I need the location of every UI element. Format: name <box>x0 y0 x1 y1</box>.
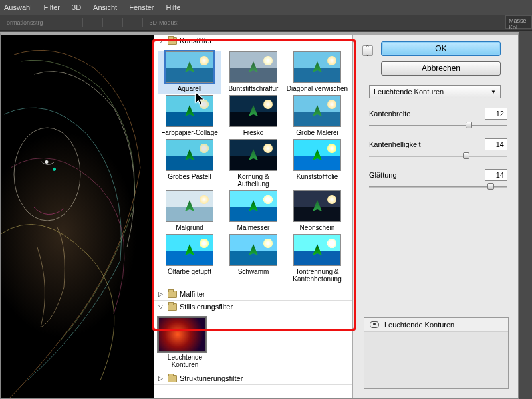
category-label: Stilisierungsfilter <box>180 303 233 311</box>
folder-icon <box>168 291 177 298</box>
thumb-label: Grobe Malerei <box>286 129 348 136</box>
thumb-buntstift[interactable]: Buntstiftschraffur <box>222 51 285 94</box>
menu-auswahl[interactable]: Auswahl <box>4 3 32 11</box>
thumb-label: Leuchtende Konturen <box>158 354 211 368</box>
category-label: Kunstfilter <box>180 37 212 45</box>
menu-3d[interactable]: 3D <box>72 3 81 11</box>
svg-point-0 <box>14 128 80 221</box>
param-label: Glättung <box>369 171 397 179</box>
filter-select-dropdown[interactable]: Leuchtende Konturen ▼ <box>369 85 501 98</box>
mode3d-label: 3D-Modus: <box>150 19 179 26</box>
thumb-diagonal[interactable]: Diagonal verwischen <box>286 51 348 94</box>
thumb-label: Grobes Pastell <box>158 173 221 180</box>
effect-row[interactable]: Leuchtende Konturen <box>364 318 508 332</box>
filter-settings-panel: ⌃⌄ OK Abbrechen Leuchtende Konturen ▼ Ka… <box>353 35 518 398</box>
folder-icon <box>168 37 177 45</box>
thumb-label: Kunststofffolie <box>286 173 348 180</box>
thumb-oelfarbe[interactable]: Ölfarbe getupft <box>158 234 221 284</box>
thumb-label: Tontrennung & Kantenbetonung <box>286 268 348 283</box>
thumb-leuchtende-konturen[interactable]: Leuchtende Konturen <box>158 317 211 368</box>
thumb-label: Fresko <box>222 129 285 136</box>
filter-gallery-dialog: ▽ Kunstfilter Aquarell Buntstiftschraffu… <box>0 32 519 399</box>
param-kantenhelligkeit: Kantenhelligkeit <box>369 138 507 150</box>
thumb-label: Buntstiftschraffur <box>222 85 285 92</box>
ok-button[interactable]: OK <box>381 41 501 56</box>
kantenhelligkeit-slider[interactable] <box>369 152 507 161</box>
glaettung-input[interactable] <box>485 169 507 181</box>
thumb-label: Körnung & Aufhellung <box>222 173 285 188</box>
thumb-aquarell[interactable]: Aquarell <box>158 51 221 94</box>
effect-label: Leuchtende Konturen <box>384 321 454 329</box>
folder-icon <box>168 303 177 311</box>
thumb-grobe-malerei[interactable]: Grobe Malerei <box>286 95 348 138</box>
category-header-kunstfilter[interactable]: ▽ Kunstfilter <box>154 35 352 47</box>
options-bar: ormationsstrg 3D-Modus: <box>0 15 532 31</box>
thumb-label: Schwamm <box>222 268 285 275</box>
category-kunstfilter: ▽ Kunstfilter Aquarell Buntstiftschraffu… <box>154 35 352 288</box>
thumb-tontrennung[interactable]: Tontrennung & Kantenbetonung <box>286 234 348 284</box>
menu-filter[interactable]: Filter <box>44 3 60 11</box>
thumb-malmesser[interactable]: Malmesser <box>222 190 285 233</box>
param-label: Kantenhelligkeit <box>369 140 421 148</box>
thumb-label: Neonschein <box>286 224 348 231</box>
thumb-label: Farbpapier-Collage <box>158 129 221 136</box>
kantenbreite-slider[interactable] <box>369 121 507 130</box>
glaettung-slider[interactable] <box>369 182 507 192</box>
chevron-toggle-icon[interactable]: ⌃⌄ <box>362 45 373 56</box>
thumb-kunststoff[interactable]: Kunststofffolie <box>286 139 348 189</box>
disclosure-down-icon: ▽ <box>158 37 165 44</box>
thumb-label: Diagonal verwischen <box>286 85 348 92</box>
applied-effects-list[interactable]: Leuchtende Konturen <box>364 317 509 389</box>
chevron-down-icon: ▼ <box>491 89 496 95</box>
dropdown-value: Leuchtende Konturen <box>374 88 444 96</box>
category-label: Strukturierungsfilter <box>180 374 243 382</box>
thumb-label: Ölfarbe getupft <box>158 268 221 275</box>
thumb-label: Aquarell <box>158 85 221 92</box>
param-kantenbreite: Kantenbreite <box>369 108 507 120</box>
thumb-koernung[interactable]: Körnung & Aufhellung <box>222 139 285 189</box>
thumb-farbpapier[interactable]: Farbpapier-Collage <box>158 95 221 138</box>
param-label: Kantenbreite <box>369 110 410 118</box>
thumb-label: Malmesser <box>222 224 285 231</box>
menu-hilfe[interactable]: Hilfe <box>166 3 180 11</box>
menu-fenster[interactable]: Fenster <box>129 3 154 11</box>
thumb-malgrund[interactable]: Malgrund <box>158 190 221 233</box>
app-menubar: Auswahl Filter 3D Ansicht Fenster Hilfe <box>0 0 532 15</box>
category-label: Malfilter <box>180 290 205 298</box>
thumb-neonschein[interactable]: Neonschein <box>286 190 348 233</box>
disclosure-right-icon: ▷ <box>158 291 165 297</box>
menu-ansicht[interactable]: Ansicht <box>93 3 117 11</box>
kantenbreite-input[interactable] <box>485 108 507 120</box>
kantenhelligkeit-input[interactable] <box>485 138 507 150</box>
thumb-label: Malgrund <box>158 224 221 231</box>
category-header-stilisierung[interactable]: ▽ Stilisierungsfilter <box>154 301 352 313</box>
disclosure-down-icon: ▽ <box>158 303 165 310</box>
filter-preview[interactable] <box>1 35 154 398</box>
options-label: ormationsstrg <box>7 19 43 26</box>
filter-category-list[interactable]: ▽ Kunstfilter Aquarell Buntstiftschraffu… <box>154 35 353 398</box>
param-glaettung: Glättung <box>369 169 507 181</box>
thumb-fresko[interactable]: Fresko <box>222 95 285 138</box>
disclosure-right-icon: ▷ <box>158 375 165 382</box>
cancel-button[interactable]: Abbrechen <box>381 61 501 76</box>
panel-tab[interactable]: Masse Kol <box>505 15 532 29</box>
thumb-grobes-pastell[interactable]: Grobes Pastell <box>158 139 221 189</box>
category-header-malfilter[interactable]: ▷ Malfilter <box>154 288 352 301</box>
visibility-eye-icon[interactable] <box>370 321 379 328</box>
category-header-strukturierung[interactable]: ▷ Strukturierungsfilter <box>154 372 352 385</box>
folder-icon <box>168 375 177 382</box>
thumb-schwamm[interactable]: Schwamm <box>222 234 285 284</box>
